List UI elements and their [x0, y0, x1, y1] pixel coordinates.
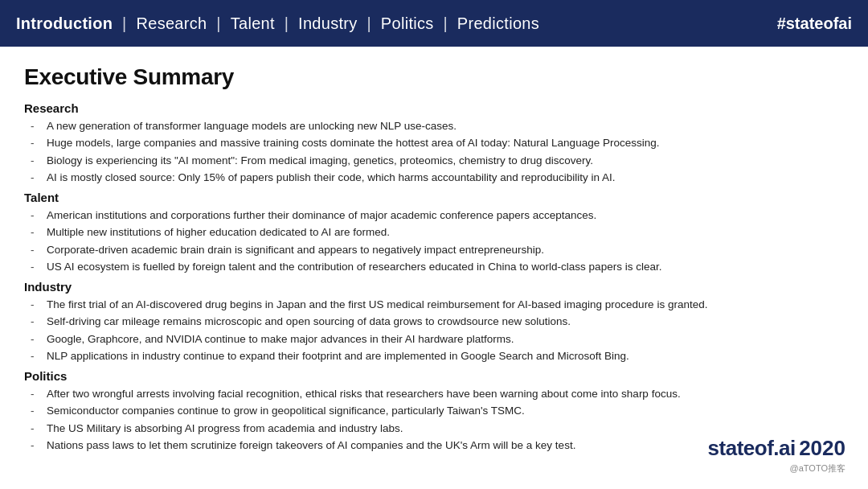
list-item: -Huge models, large companies and massiv…	[24, 135, 844, 151]
nav-separator-1: |	[122, 14, 131, 32]
brand-text: stateof.ai 2020	[708, 436, 845, 461]
bullet-dash: -	[24, 297, 47, 313]
bullet-dash: -	[24, 403, 47, 419]
bullet-text: The US Military is absorbing AI progress…	[47, 421, 844, 437]
list-item: -The first trial of an AI-discovered dru…	[24, 297, 844, 313]
bullet-text: Self-driving car mileage remains microsc…	[47, 314, 844, 330]
categories-container: Research-A new generation of transformer…	[24, 101, 844, 454]
bullet-dash: -	[24, 118, 47, 134]
list-item: -US AI ecosystem is fuelled by foreign t…	[24, 259, 844, 275]
bullet-text: After two wrongful arrests involving fac…	[47, 386, 844, 402]
list-item: -Self-driving car mileage remains micros…	[24, 314, 844, 330]
bullet-dash: -	[24, 242, 47, 258]
list-item: -AI is mostly closed source: Only 15% of…	[24, 170, 844, 186]
bullet-dash: -	[24, 386, 47, 402]
list-item: -Biology is experiencing its "AI moment"…	[24, 153, 844, 169]
bullet-text: Multiple new institutions of higher educ…	[47, 224, 844, 240]
nav-item-industry[interactable]: Industry	[298, 14, 358, 32]
bullet-dash: -	[24, 224, 47, 240]
brand-watermark: @aTOTO推客	[708, 462, 845, 475]
list-item: -NLP applications in industry continue t…	[24, 348, 844, 364]
bullet-text: AI is mostly closed source: Only 15% of …	[47, 170, 844, 186]
nav-separator-4: |	[366, 14, 375, 32]
category-title-2: Industry	[24, 280, 844, 294]
bullet-dash: -	[24, 314, 47, 330]
bullet-dash: -	[24, 438, 47, 454]
nav-item-predictions[interactable]: Predictions	[457, 14, 539, 32]
bullet-dash: -	[24, 348, 47, 364]
nav-item-research[interactable]: Research	[136, 14, 207, 32]
list-item: -Semiconductor companies continue to gro…	[24, 403, 844, 419]
bullet-dash: -	[24, 170, 47, 186]
bullet-dash: -	[24, 421, 47, 437]
header-nav: Introduction | Research | Talent | Indus…	[16, 14, 539, 33]
bullet-text: Huge models, large companies and massive…	[47, 135, 844, 151]
bullet-dash: -	[24, 331, 47, 347]
footer-brand: stateof.ai 2020 @aTOTO推客	[708, 436, 845, 475]
main-content: Executive Summary Research-A new generat…	[0, 47, 868, 489]
list-item: -Multiple new institutions of higher edu…	[24, 224, 844, 240]
list-item: -Corporate-driven academic brain drain i…	[24, 242, 844, 258]
category-bullets-0: -A new generation of transformer languag…	[24, 118, 844, 186]
nav-separator-2: |	[216, 14, 225, 32]
bullet-text: American institutions and corporations f…	[47, 208, 844, 224]
nav-item-politics[interactable]: Politics	[381, 14, 434, 32]
brand-name: stateof.ai	[708, 436, 796, 460]
list-item: -After two wrongful arrests involving fa…	[24, 386, 844, 402]
nav-separator-3: |	[285, 14, 293, 32]
brand-year: 2020	[799, 436, 845, 460]
section-title: Executive Summary	[24, 64, 844, 90]
nav-item-introduction[interactable]: Introduction	[16, 14, 113, 32]
header-hashtag: #stateofai	[777, 14, 852, 33]
list-item: -Google, Graphcore, and NVIDIA continue …	[24, 331, 844, 347]
bullet-dash: -	[24, 153, 47, 169]
nav-separator-5: |	[443, 14, 452, 32]
category-title-3: Politics	[24, 369, 844, 383]
list-item: -American institutions and corporations …	[24, 208, 844, 224]
bullet-text: Google, Graphcore, and NVIDIA continue t…	[47, 331, 844, 347]
bullet-dash: -	[24, 259, 47, 275]
bullet-text: Biology is experiencing its "AI moment":…	[47, 153, 844, 169]
category-title-0: Research	[24, 101, 844, 115]
bullet-text: A new generation of transformer language…	[47, 118, 844, 134]
list-item: -A new generation of transformer languag…	[24, 118, 844, 134]
category-bullets-1: -American institutions and corporations …	[24, 208, 844, 275]
list-item: -The US Military is absorbing AI progres…	[24, 421, 844, 437]
bullet-text: US AI ecosystem is fuelled by foreign ta…	[47, 259, 844, 275]
category-bullets-2: -The first trial of an AI-discovered dru…	[24, 297, 844, 364]
bullet-text: Corporate-driven academic brain drain is…	[47, 242, 844, 258]
header: Introduction | Research | Talent | Indus…	[0, 0, 868, 47]
category-title-1: Talent	[24, 191, 844, 204]
bullet-text: Semiconductor companies continue to grow…	[47, 403, 844, 419]
bullet-dash: -	[24, 135, 47, 151]
nav-item-talent[interactable]: Talent	[231, 14, 275, 32]
bullet-dash: -	[24, 208, 47, 224]
bullet-text: The first trial of an AI-discovered drug…	[47, 297, 844, 313]
bullet-text: NLP applications in industry continue to…	[47, 348, 844, 364]
